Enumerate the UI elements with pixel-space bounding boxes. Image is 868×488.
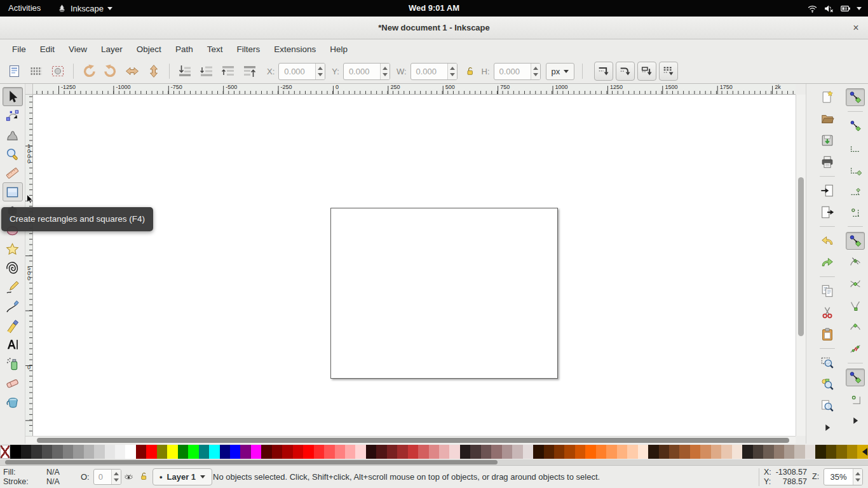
- snap-bbox-toggle[interactable]: [846, 117, 865, 135]
- color-swatch[interactable]: [690, 445, 700, 459]
- rotate-ccw-button[interactable]: [79, 62, 98, 81]
- zoom-tool[interactable]: [3, 144, 23, 163]
- palette-scroll-arrow[interactable]: [862, 448, 867, 456]
- color-swatch[interactable]: [73, 445, 83, 459]
- color-swatch[interactable]: [188, 445, 198, 459]
- snap-midpoints-toggle[interactable]: [846, 340, 865, 358]
- color-swatch[interactable]: [157, 445, 167, 459]
- move-gradients-toggle[interactable]: [637, 62, 656, 81]
- print-button[interactable]: [818, 153, 837, 171]
- lock-ratio-icon[interactable]: [465, 66, 475, 76]
- scale-stroke-toggle[interactable]: [594, 62, 613, 81]
- text-tool[interactable]: [3, 335, 23, 354]
- snap-bbox-centers-toggle[interactable]: [846, 203, 865, 221]
- color-swatch[interactable]: [199, 445, 209, 459]
- lower-to-bottom-button[interactable]: [175, 62, 194, 81]
- command-button[interactable]: [820, 226, 835, 227]
- color-swatch[interactable]: [732, 445, 742, 459]
- open-document-button[interactable]: [818, 110, 837, 128]
- color-swatch[interactable]: [230, 445, 240, 459]
- color-swatch[interactable]: [533, 445, 543, 459]
- import-button[interactable]: [818, 182, 837, 200]
- color-swatch[interactable]: [418, 445, 428, 459]
- color-swatch[interactable]: [345, 445, 355, 459]
- color-swatch[interactable]: [784, 445, 794, 459]
- zoom-field[interactable]: 35%: [824, 468, 863, 485]
- color-swatch[interactable]: [585, 445, 595, 459]
- new-document-button[interactable]: [818, 88, 837, 106]
- menu-item[interactable]: Edit: [33, 39, 62, 59]
- height-field[interactable]: 0.000: [494, 63, 541, 80]
- flip-vertical-button[interactable]: [144, 62, 163, 81]
- color-swatch[interactable]: [470, 445, 480, 459]
- color-swatch[interactable]: [711, 445, 721, 459]
- color-swatch[interactable]: [460, 445, 470, 459]
- snap-others-toggle[interactable]: [846, 369, 865, 386]
- snap-expander[interactable]: [846, 412, 865, 430]
- command-button[interactable]: [820, 348, 835, 349]
- toolbar-button[interactable]: [169, 64, 170, 79]
- color-swatch[interactable]: [335, 445, 345, 459]
- color-swatch[interactable]: [753, 445, 763, 459]
- color-swatch[interactable]: [115, 445, 125, 459]
- horizontal-scrollbar-thumb[interactable]: [37, 438, 789, 443]
- color-swatch[interactable]: [627, 445, 637, 459]
- color-swatch[interactable]: [387, 445, 397, 459]
- color-swatch[interactable]: [805, 445, 815, 459]
- title-bar[interactable]: *New document 1 - Inkscape ×: [0, 17, 868, 39]
- color-swatch[interactable]: [669, 445, 679, 459]
- x-spinner[interactable]: [315, 64, 325, 79]
- color-swatch[interactable]: [544, 445, 554, 459]
- zoom-selection-button[interactable]: [818, 354, 837, 372]
- zoom-page-button[interactable]: [818, 397, 837, 415]
- w-spinner[interactable]: [447, 64, 457, 79]
- rotate-cw-button[interactable]: [101, 62, 120, 81]
- close-window-button[interactable]: ×: [849, 21, 863, 35]
- command-button[interactable]: [820, 276, 835, 277]
- horizontal-scrollbar[interactable]: [25, 436, 796, 444]
- snap-button[interactable]: [848, 111, 863, 112]
- commands-expander[interactable]: [818, 419, 837, 437]
- undo-button[interactable]: [818, 232, 837, 250]
- color-swatch[interactable]: [763, 445, 773, 459]
- color-swatch[interactable]: [742, 445, 752, 459]
- menu-item[interactable]: Filters: [229, 39, 267, 59]
- color-swatch[interactable]: [794, 445, 804, 459]
- calligraphy-tool[interactable]: [3, 316, 23, 335]
- snap-button[interactable]: [848, 226, 863, 227]
- color-swatch[interactable]: [512, 445, 522, 459]
- menu-item[interactable]: View: [62, 39, 94, 59]
- palette-scrollbar[interactable]: [0, 459, 868, 465]
- deselect-button[interactable]: [48, 62, 67, 81]
- color-swatch[interactable]: [209, 445, 219, 459]
- color-swatch[interactable]: [429, 445, 439, 459]
- color-swatch[interactable]: [136, 445, 146, 459]
- system-tray[interactable]: [807, 0, 862, 17]
- lower-one-step-button[interactable]: [197, 62, 216, 81]
- zoom-spinner[interactable]: [853, 469, 862, 485]
- raise-one-step-button[interactable]: [219, 62, 238, 81]
- color-swatch[interactable]: [63, 445, 73, 459]
- color-swatch[interactable]: [408, 445, 418, 459]
- color-swatch[interactable]: [721, 445, 731, 459]
- vertical-scrollbar-thumb[interactable]: [798, 177, 804, 336]
- snap-cusp-nodes-toggle[interactable]: [846, 297, 865, 315]
- color-swatch[interactable]: [324, 445, 334, 459]
- opacity-field[interactable]: 0: [93, 469, 121, 485]
- menu-item[interactable]: Object: [130, 39, 168, 59]
- paste-button[interactable]: [818, 325, 837, 343]
- color-swatch[interactable]: [167, 445, 177, 459]
- measure-tool[interactable]: [3, 163, 23, 182]
- color-swatch[interactable]: [836, 445, 846, 459]
- color-swatch[interactable]: [575, 445, 585, 459]
- snap-smooth-nodes-toggle[interactable]: [846, 318, 865, 336]
- color-swatch[interactable]: [94, 445, 104, 459]
- color-swatch[interactable]: [314, 445, 324, 459]
- color-swatch[interactable]: [449, 445, 459, 459]
- color-swatch[interactable]: [261, 445, 271, 459]
- color-swatch[interactable]: [815, 445, 825, 459]
- color-swatch[interactable]: [847, 445, 857, 459]
- menu-item[interactable]: Help: [323, 39, 355, 59]
- snap-bbox-midpoints-toggle[interactable]: [846, 182, 865, 200]
- layer-lock-icon[interactable]: [139, 471, 149, 481]
